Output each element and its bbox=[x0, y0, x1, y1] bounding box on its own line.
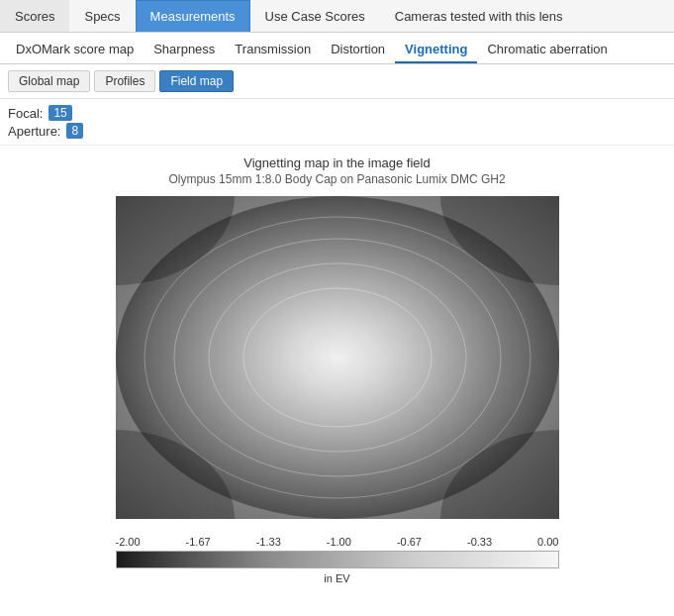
vignetting-map bbox=[116, 196, 559, 519]
scale-label-3: -1.00 bbox=[327, 536, 351, 548]
btn-field-map[interactable]: Field map bbox=[159, 70, 234, 92]
btn-global-map[interactable]: Global map bbox=[8, 70, 90, 92]
scale-label-4: -0.67 bbox=[397, 536, 422, 548]
tab-chromatic-aberration[interactable]: Chromatic aberration bbox=[477, 37, 617, 63]
focal-value: 15 bbox=[48, 105, 71, 121]
main-content: Vignetting map in the image field Olympu… bbox=[0, 146, 674, 594]
scale-label-1: -1.67 bbox=[186, 536, 211, 548]
sub-nav: Global map Profiles Field map bbox=[0, 64, 674, 99]
tab-measurements[interactable]: Measurements bbox=[136, 0, 250, 32]
tab-vignetting[interactable]: Vignetting bbox=[395, 37, 477, 63]
scale-container: -2.00 -1.67 -1.33 -1.00 -0.67 -0.33 0.00… bbox=[10, 536, 664, 584]
top-nav: Scores Specs Measurements Use Case Score… bbox=[0, 0, 674, 33]
second-nav: DxOMark score map Sharpness Transmission… bbox=[0, 33, 674, 64]
controls-row: Focal: 15 Aperture: 8 bbox=[0, 99, 674, 146]
tab-use-case-scores[interactable]: Use Case Scores bbox=[250, 0, 380, 32]
btn-profiles[interactable]: Profiles bbox=[94, 70, 155, 92]
aperture-value: 8 bbox=[66, 123, 83, 139]
scale-labels: -2.00 -1.67 -1.33 -1.00 -0.67 -0.33 0.00 bbox=[116, 536, 559, 548]
tab-specs[interactable]: Specs bbox=[69, 0, 135, 32]
chart-title: Vignetting map in the image field bbox=[10, 155, 664, 170]
scale-label-5: -0.33 bbox=[467, 536, 492, 548]
tab-sharpness[interactable]: Sharpness bbox=[144, 37, 225, 63]
scale-bar bbox=[116, 551, 559, 568]
tab-dxomark-score-map[interactable]: DxOMark score map bbox=[6, 37, 144, 63]
tab-transmission[interactable]: Transmission bbox=[225, 37, 321, 63]
aperture-label: Aperture: bbox=[8, 124, 60, 139]
scale-label-6: 0.00 bbox=[537, 536, 558, 548]
chart-subtitle: Olympus 15mm 1:8.0 Body Cap on Panasonic… bbox=[10, 172, 664, 186]
tab-distortion[interactable]: Distortion bbox=[321, 37, 395, 63]
scale-label-2: -1.33 bbox=[256, 536, 281, 548]
tab-scores[interactable]: Scores bbox=[0, 0, 69, 32]
scale-label-0: -2.00 bbox=[116, 536, 141, 548]
scale-unit: in EV bbox=[324, 572, 349, 584]
focal-label: Focal: bbox=[8, 106, 43, 121]
tab-cameras-tested[interactable]: Cameras tested with this lens bbox=[380, 0, 578, 32]
